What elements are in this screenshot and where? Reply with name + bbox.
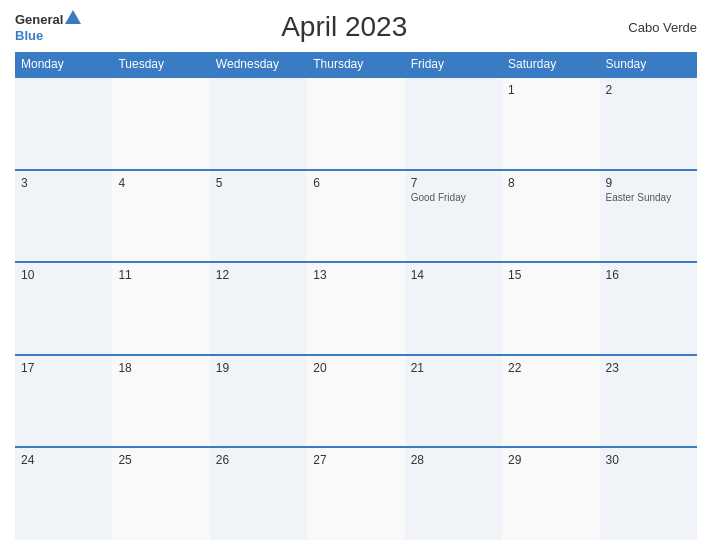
calendar-cell: 16 bbox=[600, 262, 697, 355]
col-monday: Monday bbox=[15, 52, 112, 77]
calendar-cell: 9Easter Sunday bbox=[600, 170, 697, 263]
date-number: 26 bbox=[216, 453, 301, 467]
calendar-cell: 12 bbox=[210, 262, 307, 355]
calendar-cell: 6 bbox=[307, 170, 404, 263]
calendar-cell: 2 bbox=[600, 77, 697, 170]
calendar-cell bbox=[112, 77, 209, 170]
calendar-cell: 4 bbox=[112, 170, 209, 263]
date-number: 24 bbox=[21, 453, 106, 467]
date-number: 7 bbox=[411, 176, 496, 190]
date-number: 6 bbox=[313, 176, 398, 190]
calendar-table: Monday Tuesday Wednesday Thursday Friday… bbox=[15, 52, 697, 540]
calendar-cell: 18 bbox=[112, 355, 209, 448]
col-saturday: Saturday bbox=[502, 52, 599, 77]
date-number: 21 bbox=[411, 361, 496, 375]
date-number: 19 bbox=[216, 361, 301, 375]
calendar-week-row: 24252627282930 bbox=[15, 447, 697, 540]
calendar-week-row: 10111213141516 bbox=[15, 262, 697, 355]
calendar-cell: 23 bbox=[600, 355, 697, 448]
date-number: 8 bbox=[508, 176, 593, 190]
date-number: 25 bbox=[118, 453, 203, 467]
calendar-cell: 25 bbox=[112, 447, 209, 540]
calendar-week-row: 12 bbox=[15, 77, 697, 170]
calendar-cell: 26 bbox=[210, 447, 307, 540]
logo-triangle-icon bbox=[65, 10, 81, 24]
calendar-cell: 14 bbox=[405, 262, 502, 355]
date-number: 3 bbox=[21, 176, 106, 190]
calendar-cell: 7Good Friday bbox=[405, 170, 502, 263]
date-number: 14 bbox=[411, 268, 496, 282]
logo: General Blue bbox=[15, 10, 81, 44]
calendar-cell: 20 bbox=[307, 355, 404, 448]
date-number: 28 bbox=[411, 453, 496, 467]
calendar-cell: 30 bbox=[600, 447, 697, 540]
calendar-cell: 11 bbox=[112, 262, 209, 355]
col-thursday: Thursday bbox=[307, 52, 404, 77]
calendar-cell: 1 bbox=[502, 77, 599, 170]
date-number: 30 bbox=[606, 453, 691, 467]
calendar-cell: 5 bbox=[210, 170, 307, 263]
calendar-cell bbox=[210, 77, 307, 170]
calendar-cell: 29 bbox=[502, 447, 599, 540]
date-number: 1 bbox=[508, 83, 593, 97]
calendar-cell: 8 bbox=[502, 170, 599, 263]
calendar-cell: 15 bbox=[502, 262, 599, 355]
calendar-week-row: 17181920212223 bbox=[15, 355, 697, 448]
country-label: Cabo Verde bbox=[607, 20, 697, 35]
calendar-cell: 3 bbox=[15, 170, 112, 263]
calendar-cell: 27 bbox=[307, 447, 404, 540]
date-number: 10 bbox=[21, 268, 106, 282]
date-number: 23 bbox=[606, 361, 691, 375]
calendar-cell: 22 bbox=[502, 355, 599, 448]
date-number: 13 bbox=[313, 268, 398, 282]
calendar-cell: 24 bbox=[15, 447, 112, 540]
date-number: 4 bbox=[118, 176, 203, 190]
holiday-label: Good Friday bbox=[411, 192, 496, 203]
col-friday: Friday bbox=[405, 52, 502, 77]
holiday-label: Easter Sunday bbox=[606, 192, 691, 203]
calendar-cell: 28 bbox=[405, 447, 502, 540]
calendar-cell: 19 bbox=[210, 355, 307, 448]
date-number: 5 bbox=[216, 176, 301, 190]
logo-general-text: General bbox=[15, 13, 63, 26]
calendar-header-row: Monday Tuesday Wednesday Thursday Friday… bbox=[15, 52, 697, 77]
calendar-cell: 21 bbox=[405, 355, 502, 448]
date-number: 20 bbox=[313, 361, 398, 375]
date-number: 17 bbox=[21, 361, 106, 375]
col-tuesday: Tuesday bbox=[112, 52, 209, 77]
date-number: 22 bbox=[508, 361, 593, 375]
date-number: 18 bbox=[118, 361, 203, 375]
col-wednesday: Wednesday bbox=[210, 52, 307, 77]
date-number: 12 bbox=[216, 268, 301, 282]
logo-blue-text: Blue bbox=[15, 28, 43, 43]
calendar-cell: 13 bbox=[307, 262, 404, 355]
date-number: 2 bbox=[606, 83, 691, 97]
date-number: 27 bbox=[313, 453, 398, 467]
col-sunday: Sunday bbox=[600, 52, 697, 77]
calendar-page: General Blue April 2023 Cabo Verde Monda… bbox=[0, 0, 712, 550]
calendar-cell bbox=[405, 77, 502, 170]
calendar-cell: 17 bbox=[15, 355, 112, 448]
calendar-cell bbox=[307, 77, 404, 170]
calendar-cell: 10 bbox=[15, 262, 112, 355]
date-number: 11 bbox=[118, 268, 203, 282]
calendar-title: April 2023 bbox=[81, 11, 607, 43]
calendar-cell bbox=[15, 77, 112, 170]
date-number: 29 bbox=[508, 453, 593, 467]
date-number: 15 bbox=[508, 268, 593, 282]
date-number: 9 bbox=[606, 176, 691, 190]
calendar-week-row: 34567Good Friday89Easter Sunday bbox=[15, 170, 697, 263]
header: General Blue April 2023 Cabo Verde bbox=[15, 10, 697, 44]
date-number: 16 bbox=[606, 268, 691, 282]
